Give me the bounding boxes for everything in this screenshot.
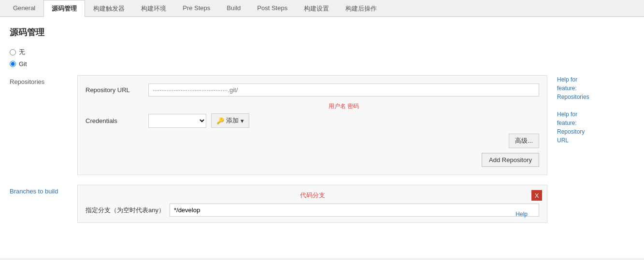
credentials-select[interactable] bbox=[148, 114, 206, 128]
credentials-hint: 用户名 密码 bbox=[148, 102, 539, 110]
tab-general[interactable]: General bbox=[5, 0, 43, 17]
scm-radio-group: 无 Git bbox=[10, 48, 634, 68]
radio-none-label: 无 bbox=[19, 48, 25, 56]
radio-none-input[interactable] bbox=[10, 49, 16, 55]
branch-field-label: 指定分支（为空时代表any） bbox=[86, 206, 165, 215]
key-icon: 🔑 bbox=[216, 117, 224, 124]
advanced-button[interactable]: 高级... bbox=[509, 134, 539, 148]
tab-presteps[interactable]: Pre Steps bbox=[174, 0, 218, 17]
credentials-row: Credentials 🔑 添加 ▾ bbox=[86, 113, 539, 128]
help-line4: Help for bbox=[557, 110, 634, 119]
page-body: 源码管理 无 Git Repositories Repository URL 用… bbox=[0, 17, 644, 258]
dropdown-arrow-icon: ▾ bbox=[241, 117, 244, 124]
help-line1: Help for bbox=[557, 75, 634, 84]
credentials-label: Credentials bbox=[86, 117, 143, 124]
branches-section: Branches to build 代码分支 指定分支（为空时代表any） X … bbox=[10, 185, 634, 223]
add-credentials-label: 添加 bbox=[226, 116, 239, 125]
branch-input[interactable] bbox=[170, 204, 539, 217]
add-repository-button[interactable]: Add Repository bbox=[482, 153, 539, 167]
tab-postbuild[interactable]: 构建后操作 bbox=[337, 0, 385, 17]
branches-content: 代码分支 指定分支（为空时代表any） X Help bbox=[77, 185, 547, 223]
help-line5: feature: bbox=[557, 119, 634, 127]
branches-label: Branches to build bbox=[10, 185, 68, 223]
repo-url-input[interactable] bbox=[148, 83, 539, 96]
repositories-help: Help for feature: Repositories Help for … bbox=[557, 75, 634, 175]
help-line6: Repository bbox=[557, 127, 634, 136]
branch-help-link[interactable]: Help bbox=[515, 211, 528, 218]
help-line2: feature: bbox=[557, 84, 634, 93]
add-credentials-button[interactable]: 🔑 添加 ▾ bbox=[211, 113, 249, 128]
branch-hint: 代码分支 bbox=[86, 191, 539, 200]
branch-row: 指定分支（为空时代表any） bbox=[86, 204, 539, 217]
tab-bar: General 源码管理 构建触发器 构建环境 Pre Steps Build … bbox=[0, 0, 644, 17]
radio-git[interactable]: Git bbox=[10, 60, 634, 68]
close-branch-button[interactable]: X bbox=[531, 190, 542, 201]
repo-url-label: Repository URL bbox=[86, 86, 143, 94]
tab-triggers[interactable]: 构建触发器 bbox=[85, 0, 133, 17]
radio-none[interactable]: 无 bbox=[10, 48, 634, 56]
help-line3: Repositories bbox=[557, 93, 634, 101]
tab-settings[interactable]: 构建设置 bbox=[296, 0, 337, 17]
repositories-label: Repositories bbox=[10, 75, 68, 175]
repo-url-row: Repository URL bbox=[86, 83, 539, 96]
action-buttons: 高级... Add Repository bbox=[86, 134, 539, 167]
tab-build[interactable]: Build bbox=[218, 0, 249, 17]
page-title: 源码管理 bbox=[10, 27, 634, 38]
radio-git-label: Git bbox=[19, 60, 27, 68]
repositories-section: Repositories Repository URL 用户名 密码 Crede… bbox=[10, 75, 634, 175]
tab-env[interactable]: 构建环境 bbox=[133, 0, 174, 17]
radio-git-input[interactable] bbox=[10, 61, 16, 67]
tab-source[interactable]: 源码管理 bbox=[43, 0, 85, 17]
tab-poststeps[interactable]: Post Steps bbox=[249, 0, 296, 17]
help-line7: URL bbox=[557, 136, 634, 145]
branches-help-spacer bbox=[557, 185, 634, 223]
repositories-content: Repository URL 用户名 密码 Credentials 🔑 添加 ▾ bbox=[77, 75, 547, 175]
